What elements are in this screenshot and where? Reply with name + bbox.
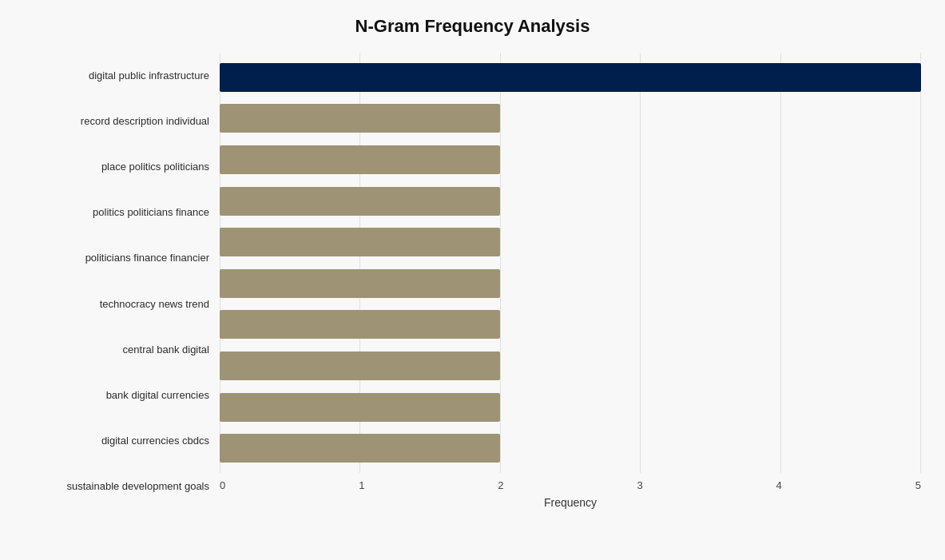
x-tick: 4	[776, 479, 782, 491]
bar-row	[220, 144, 921, 176]
chart-title: N-Gram Frequency Analysis	[24, 16, 921, 37]
y-label: bank digital currencies	[24, 375, 216, 415]
bar-2	[220, 145, 500, 174]
bar-row	[220, 102, 921, 134]
y-label: sustainable development goals	[24, 466, 216, 506]
bar-0	[220, 63, 921, 92]
bar-3	[220, 187, 500, 216]
bar-9	[220, 434, 500, 463]
bar-row	[220, 350, 921, 382]
bar-row	[220, 185, 921, 217]
x-axis: 012345	[220, 473, 921, 491]
y-label: politics politicians finance	[24, 193, 216, 232]
bar-row	[220, 62, 921, 93]
y-label: record description individual	[24, 101, 216, 141]
bar-row	[220, 432, 921, 464]
bars-wrapper	[220, 53, 921, 473]
chart-container: N-Gram Frequency Analysis digital public…	[0, 0, 945, 560]
x-tick: 3	[637, 479, 642, 491]
bar-5	[220, 269, 500, 298]
x-tick: 0	[220, 479, 225, 491]
bar-row	[220, 391, 921, 423]
y-label: technocracy news trend	[24, 284, 216, 324]
bar-row	[220, 268, 921, 300]
y-label: politicians finance financier	[24, 238, 216, 278]
chart-area: digital public infrastructurerecord desc…	[24, 53, 921, 509]
bars-area	[220, 53, 921, 473]
y-label: digital public infrastructure	[24, 56, 216, 96]
y-labels: digital public infrastructurerecord desc…	[24, 53, 220, 509]
x-tick: 2	[498, 479, 503, 491]
bar-8	[220, 393, 500, 422]
x-axis-label: Frequency	[220, 496, 921, 509]
y-label: digital currencies cbdcs	[24, 420, 216, 460]
bars-section: 012345 Frequency	[220, 53, 921, 509]
x-tick: 5	[915, 479, 921, 491]
y-label: place politics politicians	[24, 147, 216, 187]
bar-row	[220, 308, 921, 340]
bar-4	[220, 228, 500, 256]
bar-7	[220, 351, 500, 380]
bar-1	[220, 104, 500, 133]
y-label: central bank digital	[24, 329, 216, 369]
bar-6	[220, 310, 500, 339]
x-tick: 1	[359, 479, 364, 491]
bar-row	[220, 226, 921, 258]
